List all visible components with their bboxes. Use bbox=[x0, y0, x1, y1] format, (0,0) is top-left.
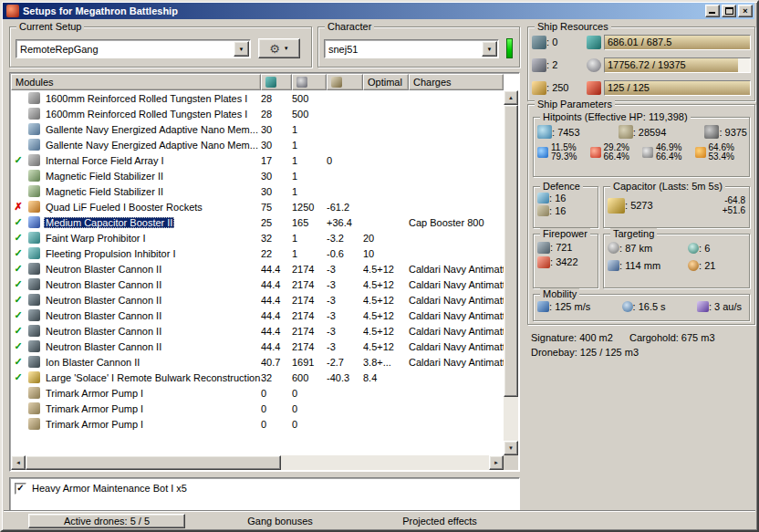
blaster-icon bbox=[26, 263, 42, 275]
skill-level-indicator bbox=[506, 38, 513, 58]
drone-checkbox[interactable]: ✓ bbox=[15, 483, 26, 495]
module-row[interactable]: 1600mm Reinforced Rolled Tungsten Plates… bbox=[11, 90, 504, 106]
module-row[interactable]: ✓Medium Capacitor Booster II25165+36.4Ca… bbox=[11, 214, 504, 230]
setup-combobox-value: RemoteRepGang bbox=[16, 44, 234, 55]
character-combobox-arrow[interactable]: ▼ bbox=[482, 41, 497, 57]
optimal-value: 4.5+12 bbox=[363, 295, 409, 306]
vertical-scrollbar[interactable]: ▲ ▼ bbox=[504, 90, 518, 455]
capacitor-header[interactable] bbox=[327, 74, 363, 90]
powergrid-value: 1 bbox=[292, 186, 327, 197]
mobility-group: Mobility 125 m/s 16.5 s 3 au/s bbox=[533, 294, 750, 321]
targeting-range-icon bbox=[608, 242, 619, 254]
module-row[interactable]: ✓Neutron Blaster Cannon II44.42174-34.5+… bbox=[11, 261, 504, 276]
cpu-value: 44.4 bbox=[261, 310, 292, 321]
scroll-up-button[interactable]: ▲ bbox=[504, 90, 518, 105]
cpu-value: 44.4 bbox=[261, 279, 292, 290]
cpu-value: 40.7 bbox=[261, 357, 292, 368]
powergrid-header[interactable] bbox=[292, 74, 327, 90]
module-row[interactable]: ✓Neutron Blaster Cannon II44.42174-34.5+… bbox=[11, 276, 504, 292]
close-button[interactable]: × bbox=[738, 5, 753, 17]
character-group: Character snej51 ▼ bbox=[317, 26, 520, 68]
horizontal-scrollbar-thumb[interactable] bbox=[26, 455, 281, 470]
thermal-resist: 29.2%66.4% bbox=[590, 143, 643, 162]
dronebay-bar: 125 / 125 bbox=[604, 80, 751, 96]
title-bar[interactable]: Setups for Megathron Battleship × bbox=[3, 3, 754, 19]
fit-ok-icon: ✓ bbox=[11, 294, 26, 306]
chevron-down-icon: ▼ bbox=[284, 46, 289, 51]
module-row[interactable]: Magnetic Field Stabilizer II301 bbox=[11, 183, 504, 199]
module-row[interactable]: Magnetic Field Stabilizer II301 bbox=[11, 168, 504, 183]
capacitor-drain-value: -64.8 bbox=[724, 195, 745, 205]
armor-rig-icon bbox=[28, 387, 40, 399]
shield-defence-value: 16 bbox=[549, 193, 566, 203]
maximize-icon bbox=[725, 7, 733, 15]
maximize-button[interactable] bbox=[722, 5, 736, 17]
header-optimal[interactable]: Optimal bbox=[363, 74, 409, 90]
module-row[interactable]: ✓Ion Blaster Cannon II40.71691-2.73.8+..… bbox=[11, 354, 504, 370]
scroll-left-button[interactable]: ◄ bbox=[11, 455, 26, 470]
minimize-button[interactable] bbox=[705, 5, 720, 17]
module-row[interactable]: ✓Neutron Blaster Cannon II44.42174-34.5+… bbox=[11, 323, 504, 339]
shield-icon bbox=[537, 125, 552, 139]
module-row[interactable]: ✓Neutron Blaster Cannon II44.42174-34.5+… bbox=[11, 308, 504, 323]
character-combobox[interactable]: snej51 ▼ bbox=[324, 39, 499, 58]
thermal-resist-icon bbox=[590, 147, 601, 158]
fit-ok-icon: ✓ bbox=[11, 356, 26, 368]
window-title: Setups for Megathron Battleship bbox=[23, 5, 705, 16]
optimal-value: 20 bbox=[363, 233, 409, 244]
fit-ok-icon: ✓ bbox=[11, 247, 26, 259]
close-icon: × bbox=[743, 7, 747, 16]
dronebay-icon bbox=[587, 81, 601, 95]
shield-hp-value: 7453 bbox=[552, 127, 580, 138]
powergrid-value: 500 bbox=[292, 93, 327, 104]
module-row[interactable]: Trimark Armor Pump I00 bbox=[11, 385, 504, 401]
align-time: 16.5 s bbox=[622, 301, 666, 312]
scroll-right-button[interactable]: ► bbox=[489, 455, 504, 470]
modules-body: 1600mm Reinforced Rolled Tungsten Plates… bbox=[11, 90, 504, 455]
header-modules[interactable]: Modules bbox=[11, 74, 261, 90]
module-row[interactable]: Gallente Navy Energized Adaptive Nano Me… bbox=[11, 137, 504, 152]
module-name: Neutron Blaster Cannon II bbox=[42, 341, 261, 352]
drone-row[interactable]: ✓ Heavy Armor Maintenance Bot I x5 bbox=[10, 478, 519, 495]
module-row[interactable]: ✓Internal Force Field Array I1710 bbox=[11, 152, 504, 168]
scrollbar-corner bbox=[504, 455, 518, 470]
setup-combobox[interactable]: RemoteRepGang ▼ bbox=[16, 39, 251, 58]
charges-value: Caldari Navy Antimatter bbox=[409, 326, 504, 337]
module-row[interactable]: ✓Fleeting Propulsion Inhibitor I221-0.61… bbox=[11, 245, 504, 261]
fit-ok-icon: ✓ bbox=[11, 371, 26, 383]
stasis-web-icon bbox=[26, 247, 42, 259]
module-row[interactable]: ✗Quad LiF Fueled I Booster Rockets751250… bbox=[11, 199, 504, 214]
setup-combobox-arrow[interactable]: ▼ bbox=[234, 41, 249, 57]
character-combobox-value: snej51 bbox=[325, 44, 482, 55]
explosive-resist: 64.6%53.4% bbox=[695, 143, 748, 162]
module-name: Ion Blaster Cannon II bbox=[42, 357, 261, 368]
cpu-value: 0 bbox=[261, 388, 292, 399]
header-charges[interactable]: Charges bbox=[409, 74, 504, 90]
setup-tools-button[interactable]: ⚙ ▼ bbox=[258, 38, 300, 58]
projected-effects-button[interactable]: Projected effects bbox=[367, 516, 513, 527]
cpu-value: 32 bbox=[261, 233, 292, 244]
module-row[interactable]: ✓Faint Warp Prohibitor I321-3.220 bbox=[11, 230, 504, 245]
module-row[interactable]: Trimark Armor Pump I00 bbox=[11, 401, 504, 416]
powergrid-value: 2174 bbox=[292, 295, 327, 306]
ship-resources-label: Ship Resources bbox=[535, 21, 611, 33]
module-row[interactable]: Gallente Navy Energized Adaptive Nano Me… bbox=[11, 121, 504, 137]
dps-icon bbox=[537, 242, 550, 254]
max-velocity-icon bbox=[537, 301, 549, 312]
vertical-scrollbar-thumb[interactable] bbox=[504, 105, 518, 397]
cpu-header[interactable] bbox=[261, 74, 292, 90]
cap-value: -40.3 bbox=[327, 372, 363, 383]
gang-bonuses-button[interactable]: Gang bonuses bbox=[197, 516, 363, 527]
module-row[interactable]: ✓Large 'Solace' I Remote Bulwark Reconst… bbox=[11, 370, 504, 385]
scroll-down-button[interactable]: ▼ bbox=[504, 441, 518, 455]
module-row[interactable]: 1600mm Reinforced Rolled Tungsten Plates… bbox=[11, 106, 504, 121]
module-row[interactable]: ✓Neutron Blaster Cannon II44.42174-34.5+… bbox=[11, 292, 504, 308]
powergrid-value: 1691 bbox=[292, 357, 327, 368]
launcher-hardpoints-value: 2 bbox=[546, 59, 557, 70]
sensor-strength: 21 bbox=[688, 260, 747, 271]
horizontal-scrollbar[interactable]: ◄ ► bbox=[11, 455, 504, 470]
cap-booster-icon bbox=[26, 216, 42, 228]
module-row[interactable]: Trimark Armor Pump I00 bbox=[11, 416, 504, 432]
active-drones-button[interactable]: Active drones: 5 / 5 bbox=[28, 514, 185, 528]
module-row[interactable]: ✓Neutron Blaster Cannon II44.42174-34.5+… bbox=[11, 339, 504, 354]
